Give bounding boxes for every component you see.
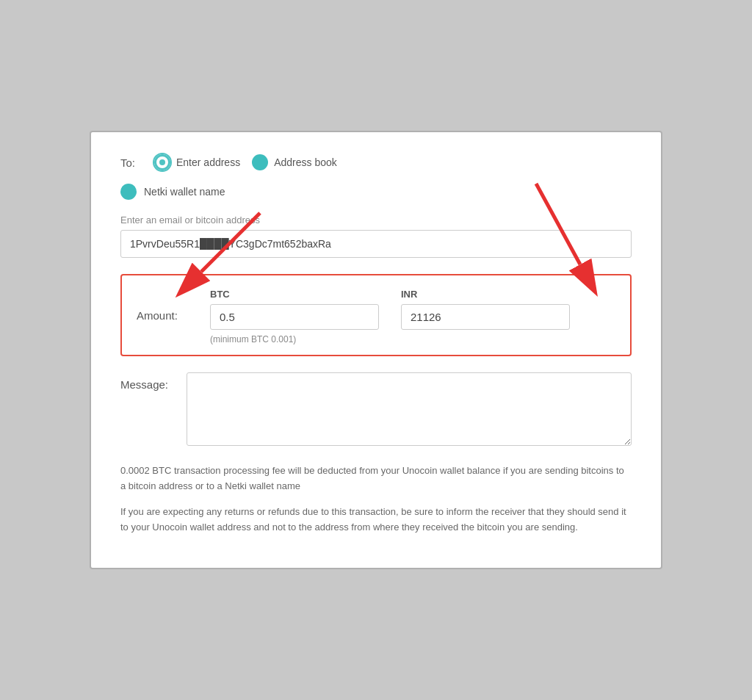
radio-circle-enter-address[interactable]: [154, 154, 170, 170]
message-section: Message:: [120, 372, 632, 446]
inr-amount-input[interactable]: [401, 304, 570, 330]
radio-enter-address[interactable]: Enter address: [154, 154, 240, 170]
btc-minimum-hint: (minimum BTC 0.001): [210, 334, 379, 344]
annotation-arrow-left: [157, 206, 275, 294]
inr-currency-label: INR: [401, 289, 570, 300]
message-label: Message:: [120, 372, 172, 391]
radio-label-address-book: Address book: [274, 156, 337, 168]
to-label: To:: [120, 156, 142, 169]
message-textarea[interactable]: [187, 372, 632, 446]
netki-label: Netki wallet name: [144, 186, 225, 198]
netki-dot: [120, 184, 137, 200]
btc-amount-input[interactable]: [210, 304, 379, 330]
annotation-arrow-right: [521, 176, 639, 286]
send-bitcoin-form: To: Enter address Address book Netki wal…: [90, 131, 662, 569]
inr-group: INR: [401, 289, 570, 330]
radio-address-book[interactable]: Address book: [252, 154, 337, 170]
radio-label-enter-address: Enter address: [176, 156, 240, 168]
btc-group: BTC (minimum BTC 0.001): [210, 289, 379, 344]
to-row: To: Enter address Address book: [120, 154, 632, 170]
info-refund-text: If you are expecting any returns or refu…: [120, 505, 632, 535]
radio-circle-address-book[interactable]: [252, 154, 268, 170]
info-fee-text: 0.0002 BTC transaction processing fee wi…: [120, 463, 632, 494]
